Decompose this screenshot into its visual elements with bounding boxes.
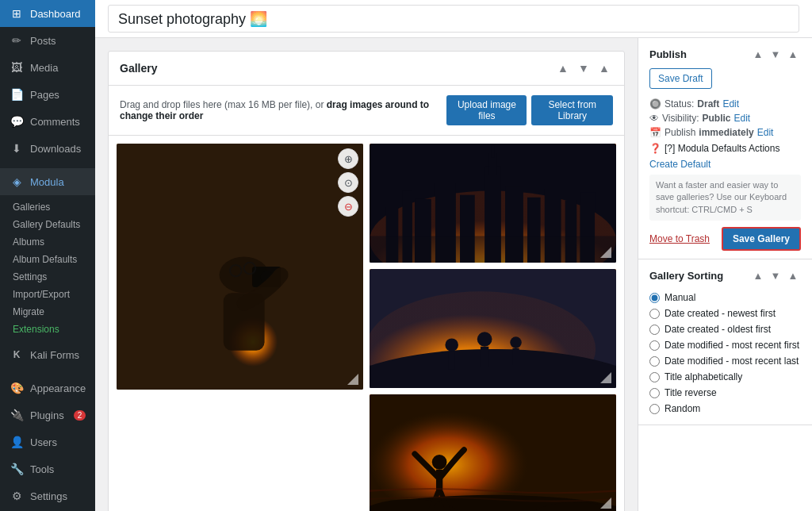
dashboard-icon: ⊞ <box>10 6 24 21</box>
post-title-input[interactable]: Sunset photography 🌅 <box>108 5 799 33</box>
gallery-close-button[interactable]: ▲ <box>596 60 613 77</box>
appearance-icon: 🎨 <box>10 381 24 395</box>
modula-submenu: Galleries Gallery Defaults Albums Album … <box>0 195 95 341</box>
sorting-option-title-alpha[interactable]: Title alphabetically <box>649 369 801 385</box>
sorting-option-title-reverse[interactable]: Title reverse <box>649 385 801 401</box>
sidebar-item-media[interactable]: 🖼 Media <box>0 54 95 81</box>
publish-down-button[interactable]: ▼ <box>768 46 783 62</box>
sidebar-sub-import-export[interactable]: Import/Export <box>0 286 95 303</box>
sidebar-item-dashboard[interactable]: ⊞ Dashboard <box>0 0 95 27</box>
sidebar-item-pages[interactable]: 📄 Pages <box>0 81 95 108</box>
sorting-down-button[interactable]: ▼ <box>768 267 783 283</box>
media-icon: 🖼 <box>10 60 24 75</box>
publish-close-button[interactable]: ▲ <box>785 46 801 62</box>
sorting-option-modified-last[interactable]: Date modified - most recent last <box>649 353 801 369</box>
upload-image-files-button[interactable]: Upload image files <box>446 95 527 125</box>
sorting-label-title-reverse: Title reverse <box>665 387 717 398</box>
sidebar-sub-migrate[interactable]: Migrate <box>0 303 95 321</box>
gallery-image-1[interactable]: ⊕ ⊙ ⊖ <box>117 144 363 390</box>
sorting-option-date-oldest[interactable]: Date created - oldest first <box>649 321 801 337</box>
sorting-radio-modified-last[interactable] <box>649 356 660 367</box>
image2-resize-handle[interactable] <box>600 247 613 259</box>
image-link-icon[interactable]: ⊕ <box>338 148 358 169</box>
gallery-sorting-title: Gallery Sorting <box>649 270 723 282</box>
gallery-sorting-controls: ▲ ▼ ▲ <box>750 267 801 283</box>
plugins-icon: 🔌 <box>10 408 24 422</box>
move-to-trash-button[interactable]: Move to Trash <box>649 233 710 244</box>
sorting-radio-modified-recent[interactable] <box>649 340 660 351</box>
gallery-header-controls: ▲ ▼ ▲ <box>554 60 613 77</box>
sorting-option-random[interactable]: Random <box>649 401 801 417</box>
save-draft-button[interactable]: Save Draft <box>649 68 712 89</box>
sidebar-sub-settings[interactable]: Settings <box>0 268 95 286</box>
status-label: Status: <box>665 98 694 110</box>
pages-icon: 📄 <box>10 87 24 102</box>
create-default-link[interactable]: Create Default <box>649 159 801 170</box>
visibility-label: Visibility: <box>662 113 699 124</box>
svg-point-29 <box>477 332 492 347</box>
svg-point-38 <box>432 455 447 470</box>
sidebar-sub-album-defaults[interactable]: Album Defaults <box>0 251 95 268</box>
sidebar-item-plugins[interactable]: 🔌 Plugins 2 <box>0 402 95 428</box>
gallery-image-4[interactable] <box>370 394 616 511</box>
sorting-radio-manual[interactable] <box>649 293 660 303</box>
sidebar-item-modula[interactable]: ◈ Modula <box>0 168 95 195</box>
sorting-close-button[interactable]: ▲ <box>785 267 801 283</box>
image3-resize-handle[interactable] <box>600 372 613 385</box>
sidebar-item-tools[interactable]: 🔧 Tools <box>0 455 95 482</box>
sorting-radio-title-alpha[interactable] <box>649 372 660 382</box>
sidebar-sub-extensions[interactable]: Extensions <box>0 321 95 338</box>
sidebar-item-label: Plugins <box>30 409 64 421</box>
posts-icon: ✏ <box>10 33 24 48</box>
sorting-label-modified-recent: Date modified - most recent first <box>665 340 799 351</box>
sidebar-item-appearance[interactable]: 🎨 Appearance <box>0 375 95 402</box>
edit-visibility-link[interactable]: Edit <box>733 113 750 124</box>
gallery-collapse-button[interactable]: ▼ <box>575 60 592 77</box>
edit-status-link[interactable]: Edit <box>722 98 739 110</box>
plugins-badge: 2 <box>74 410 86 421</box>
sorting-option-manual[interactable]: Manual <box>649 290 801 305</box>
edit-publish-time-link[interactable]: Edit <box>757 127 774 138</box>
sidebar-item-downloads[interactable]: ⬇ Downloads <box>0 135 95 162</box>
svg-point-31 <box>510 336 522 348</box>
sidebar-item-settings[interactable]: ⚙ Settings <box>0 482 95 509</box>
sorting-radio-title-reverse[interactable] <box>649 388 660 398</box>
sidebar: ⊞ Dashboard ✏ Posts 🖼 Media 📄 Pages 💬 Co… <box>0 0 95 511</box>
sorting-option-date-newest[interactable]: Date created - newest first <box>649 305 801 321</box>
publish-actions: Move to Trash Save Gallery <box>649 227 801 251</box>
sorting-label-modified-last: Date modified - most recent last <box>665 355 799 367</box>
select-from-library-button[interactable]: Select from Library <box>531 95 613 125</box>
sorting-label-date-newest: Date created - newest first <box>665 308 776 319</box>
gallery-header: Gallery ▲ ▼ ▲ <box>109 52 624 86</box>
image-delete-icon[interactable]: ⊖ <box>338 196 358 217</box>
publish-time-icon: 📅 <box>649 127 661 138</box>
sidebar-item-users[interactable]: 👤 Users <box>0 428 95 455</box>
gallery-expand-button[interactable]: ▲ <box>554 60 572 77</box>
sorting-up-button[interactable]: ▲ <box>750 267 766 283</box>
sidebar-item-label: Media <box>30 62 58 74</box>
sorting-radio-random[interactable] <box>649 404 660 414</box>
sidebar-item-label: Tools <box>30 463 54 475</box>
save-gallery-button[interactable]: Save Gallery <box>722 227 801 251</box>
sidebar-sub-galleries[interactable]: Galleries <box>0 198 95 216</box>
sorting-radio-date-oldest[interactable] <box>649 325 660 335</box>
sorting-option-modified-recent[interactable]: Date modified - most recent first <box>649 337 801 353</box>
sidebar-sub-gallery-defaults[interactable]: Gallery Defaults <box>0 216 95 233</box>
image-reorder-icon[interactable]: ⊙ <box>338 172 358 193</box>
sidebar-item-kali-forms[interactable]: K Kali Forms <box>0 341 95 368</box>
sorting-radio-date-newest[interactable] <box>649 309 660 319</box>
gallery-image-3[interactable] <box>370 269 616 388</box>
sidebar-sub-albums[interactable]: Albums <box>0 233 95 251</box>
gallery-upload-text: Drag and drop files here (max 16 MB per … <box>120 99 446 121</box>
image-resize-handle[interactable] <box>347 374 360 386</box>
modula-icon: ◈ <box>10 175 24 189</box>
status-icon: 🔘 <box>649 98 661 110</box>
sidebar-item-label: Posts <box>30 35 56 47</box>
sidebar-item-posts[interactable]: ✏ Posts <box>0 27 95 54</box>
publish-up-button[interactable]: ▲ <box>750 46 766 62</box>
gallery-image-2[interactable] <box>370 144 616 263</box>
image4-resize-handle[interactable] <box>600 498 613 510</box>
main-area: Sunset photography 🌅 Gallery ▲ ▼ ▲ <box>95 0 812 511</box>
sidebar-item-comments[interactable]: 💬 Comments <box>0 108 95 135</box>
modula-defaults-label: [?] Modula Defaults Actions <box>665 143 779 154</box>
